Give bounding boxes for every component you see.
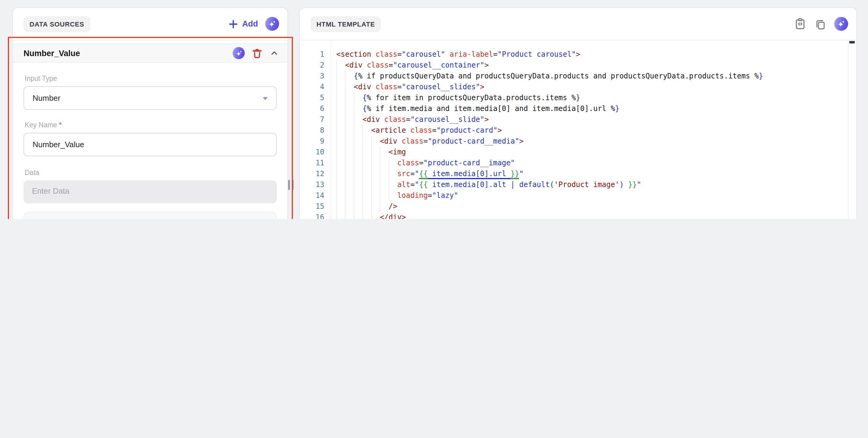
input-type-label: Input Type [25, 75, 277, 82]
code-editor[interactable]: 1<section class="carousel" aria-label="P… [300, 40, 857, 219]
code-line: 15/> [300, 201, 857, 212]
code-line: 13alt="{{ item.media[0].alt | default('P… [300, 179, 857, 190]
html-template-title: HTML TEMPLATE [310, 16, 381, 32]
code-line: 14loading="lazy" [300, 190, 857, 201]
code-line: 6{% if item.media and item.media[0] and … [300, 103, 857, 114]
data-input[interactable]: Enter Data [24, 180, 277, 203]
code-line: 8<article class="product-card"> [300, 125, 857, 136]
chevron-down-icon [263, 97, 268, 100]
number-value-form: Input Type Number Key Name* Number_Value… [13, 75, 287, 219]
input-type-select[interactable]: Number [24, 86, 277, 110]
code-line: 16</div> [300, 212, 857, 219]
data-placeholder: Enter Data [32, 186, 69, 196]
code-lines: 1<section class="carousel" aria-label="P… [300, 49, 857, 219]
chevron-up-icon[interactable] [270, 48, 279, 58]
dynamic-field-card: Dynamic Field in Editor When enabled, th… [24, 212, 277, 219]
ai-sparkle-button[interactable] [265, 17, 279, 31]
code-line: 5{% for item in productsQueryData.produc… [300, 92, 857, 103]
code-line: 1<section class="carousel" aria-label="P… [300, 49, 857, 60]
required-asterisk: * [59, 121, 61, 128]
section-number-value[interactable]: Number_Value [13, 43, 287, 63]
code-line: 2<div class="carousel__container"> [300, 60, 857, 70]
key-name-input[interactable]: Number_Value [24, 133, 277, 156]
code-line: 9<div class="product-card__media"> [300, 136, 857, 147]
code-line: 12src="{{ item.media[0].url }}" [300, 168, 857, 179]
code-line: 7<div class="carousel__slide"> [300, 114, 857, 125]
ai-sparkle-button[interactable] [233, 47, 245, 59]
code-line: 4<div class="carousel__slides"> [300, 82, 857, 92]
html-template-panel: HTML TEMPLATE [299, 7, 857, 219]
key-name-value: Number_Value [33, 140, 84, 149]
code-line: 3{% if productsQueryData and productsQue… [300, 70, 857, 82]
data-sources-header: DATA SOURCES Add [13, 8, 287, 40]
editor-scrollbar-thumb[interactable] [849, 41, 855, 43]
input-type-value: Number [33, 93, 61, 103]
delete-icon[interactable] [251, 47, 263, 59]
app-viewport: DATA SOURCES Add Number_Value [0, 0, 868, 219]
code-line: 11class="product-card__image" [300, 157, 857, 168]
gutter-separator [330, 40, 331, 219]
section-title: Number_Value [24, 49, 80, 58]
code-line: 10<img [300, 147, 857, 157]
paste-code-icon[interactable] [794, 18, 807, 30]
data-sources-panel: DATA SOURCES Add Number_Value [12, 7, 288, 219]
html-template-header: HTML TEMPLATE [300, 8, 857, 40]
editor-scrollbar-track[interactable] [848, 40, 849, 219]
add-data-source-button[interactable]: Add [242, 19, 258, 28]
key-name-label: Key Name* [25, 121, 277, 128]
plus-icon[interactable] [228, 19, 239, 29]
data-label: Data [25, 169, 277, 176]
data-sources-title: DATA SOURCES [24, 16, 90, 32]
panel-resize-handle-vertical[interactable] [288, 180, 293, 190]
ai-sparkle-button[interactable] [834, 17, 848, 31]
copy-icon[interactable] [814, 18, 827, 30]
